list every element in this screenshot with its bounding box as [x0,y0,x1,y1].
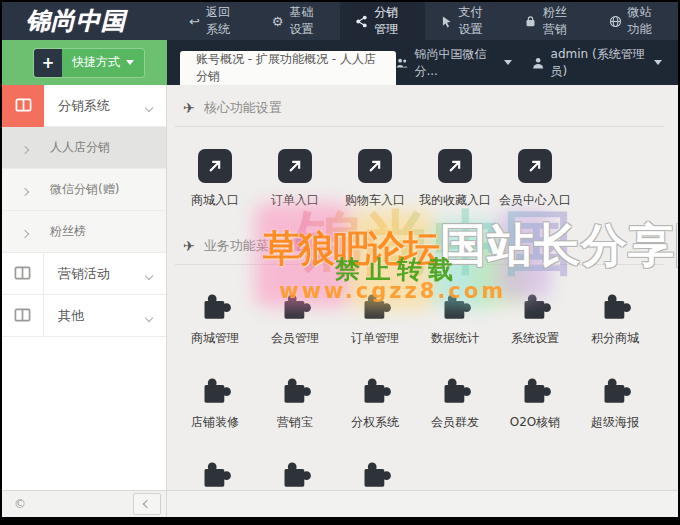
module-points-mall[interactable]: 积分商城 [575,287,655,347]
nav-item-distribution-management[interactable]: 分销管理 [340,2,424,40]
chevron-down-icon [146,306,152,325]
puzzle-icon [599,374,632,405]
sidebar-group-label: 其他 [58,307,84,325]
chevron-left-icon [143,500,151,508]
globe-icon [609,15,622,28]
module-label: 数据统计 [431,330,479,347]
module-label: 营销宝 [277,414,313,431]
module-authority-system[interactable]: 分权系统 [335,371,415,431]
external-link-icon [278,149,312,183]
gear-icon: ⚙ [272,15,284,28]
module-marketing-treasure[interactable]: 营销宝 [255,371,335,431]
puzzle-icon [439,290,472,321]
puzzle-icon [359,458,392,489]
module-member-broadcast[interactable]: 会员群发 [415,371,495,431]
entry-mall[interactable]: 商城入口 [175,149,255,209]
module-order-management[interactable]: 订单管理 [335,287,415,347]
app-window: 锦尚中国 ↩ 返回系统 ⚙ 基础设置 分销管理 支付设置 粉丝营销 [2,2,678,517]
tab-account-overview[interactable]: 账号概况 - 扩展功能概况 - 人人店分销 [180,51,396,85]
module-data-statistics[interactable]: 数据统计 [415,287,495,347]
sidebar-group-label: 营销活动 [58,265,110,283]
entry-label: 商城入口 [191,192,239,209]
module-label: 分权系统 [351,414,399,431]
module-label: 商城管理 [191,330,239,347]
user-profile-menu[interactable]: admin (系统管理员) [532,46,662,80]
nav-item-label: 基础设置 [289,4,325,38]
module-distribution-settings[interactable]: 分销设置 [175,455,255,490]
nav-item-payment-settings[interactable]: 支付设置 [425,2,509,40]
sidebar-collapse-button[interactable] [133,493,161,515]
nav-item-label: 微站功能 [628,4,663,38]
module-label: 超级海报 [591,414,639,431]
sidebar-item-renrendian-distribution[interactable]: 人人店分销 [2,127,166,169]
sidebar-group-distribution-system[interactable]: 分销系统 [2,85,166,127]
sidebar-header: + 快捷方式 [2,40,167,85]
columns-icon [2,253,44,295]
chevron-right-icon [22,138,28,157]
account-switcher-menu[interactable]: 锦尚中国微信分... [396,46,512,80]
sidebar: 分销系统 人人店分销 微信分销(赠) 粉丝榜 营销活动 [2,85,167,490]
sidebar-item-fan-ranking[interactable]: 粉丝榜 [2,211,166,253]
plane-icon: ✈ [183,239,195,253]
puzzle-icon [279,374,312,405]
sidebar-item-wechat-distribution[interactable]: 微信分销(赠) [2,169,166,211]
external-link-icon [518,149,552,183]
module-label: 订单管理 [351,330,399,347]
puzzle-icon [359,374,392,405]
module-shop-decoration[interactable]: 店铺装修 [175,371,255,431]
sidebar-item-label: 粉丝榜 [50,223,86,240]
caret-down-icon [126,60,134,65]
footer-sidebar-section: © [2,491,167,517]
entry-label: 会员中心入口 [499,192,571,209]
puzzle-icon [439,374,472,405]
nav-item-label: 支付设置 [459,4,494,38]
module-system-settings[interactable]: 系统设置 [495,287,575,347]
module-o2o-verification[interactable]: O2O核销 [495,371,575,431]
sidebar-item-label: 微信分销(赠) [50,181,119,198]
nav-item-microsite-features[interactable]: 微站功能 [594,2,678,40]
module-label: 系统设置 [511,330,559,347]
quick-actions-button[interactable]: + 快捷方式 [34,49,144,77]
business-module-grid: 商城管理 会员管理 订单管理 数据统计 系统设置 [175,287,664,490]
module-taobao-assistant[interactable]: 淘宝助手 [255,455,335,490]
quick-actions-label: 快捷方式 [72,54,120,71]
entry-favorites[interactable]: 我的收藏入口 [415,149,495,209]
section-title: 核心功能设置 [204,99,282,117]
sidebar-item-label: 人人店分销 [50,139,110,156]
reply-icon: ↩ [189,15,200,28]
module-label: 店铺装修 [191,414,239,431]
sidebar-group-marketing-activities[interactable]: 营销活动 [2,253,166,295]
main-content: ✈ 核心功能设置 商城入口 订单入口 购物车入口 我的收藏入 [167,85,678,490]
users-group-icon [396,56,408,70]
puzzle-icon [279,290,312,321]
module-mall-management[interactable]: 商城管理 [175,287,255,347]
bag-icon [524,15,537,28]
chevron-down-icon [146,264,152,283]
brand-logo: 锦尚中国 [2,2,174,40]
plus-icon[interactable]: + [34,49,62,77]
share-icon [355,15,368,28]
footer: © [2,490,678,517]
nav-item-fan-marketing[interactable]: 粉丝营销 [509,2,593,40]
columns-icon [2,85,44,127]
puzzle-icon [199,374,232,405]
section-header-core-functions: ✈ 核心功能设置 [175,99,664,127]
entry-member-center[interactable]: 会员中心入口 [495,149,575,209]
columns-icon [2,295,44,337]
sidebar-group-other[interactable]: 其他 [2,295,166,337]
nav-item-label: 粉丝营销 [543,4,578,38]
tab-label: 账号概况 - 扩展功能概况 - 人人店分销 [196,51,380,85]
nav-item-return-system[interactable]: ↩ 返回系统 [174,2,257,40]
user-menus: 锦尚中国微信分... admin (系统管理员) [396,46,678,80]
entry-label: 我的收藏入口 [419,192,491,209]
nav-item-basic-settings[interactable]: ⚙ 基础设置 [257,2,340,40]
section-header-business-menu: ✈ 业务功能菜单设置 [175,237,664,265]
entry-cart[interactable]: 购物车入口 [335,149,415,209]
puzzle-icon [359,290,392,321]
module-super-poster[interactable]: 超级海报 [575,371,655,431]
puzzle-icon [199,290,232,321]
module-member-management[interactable]: 会员管理 [255,287,335,347]
module-qiniu-storage[interactable]: 七牛存储 [335,455,415,490]
entry-label: 购物车入口 [345,192,405,209]
entry-orders[interactable]: 订单入口 [255,149,335,209]
